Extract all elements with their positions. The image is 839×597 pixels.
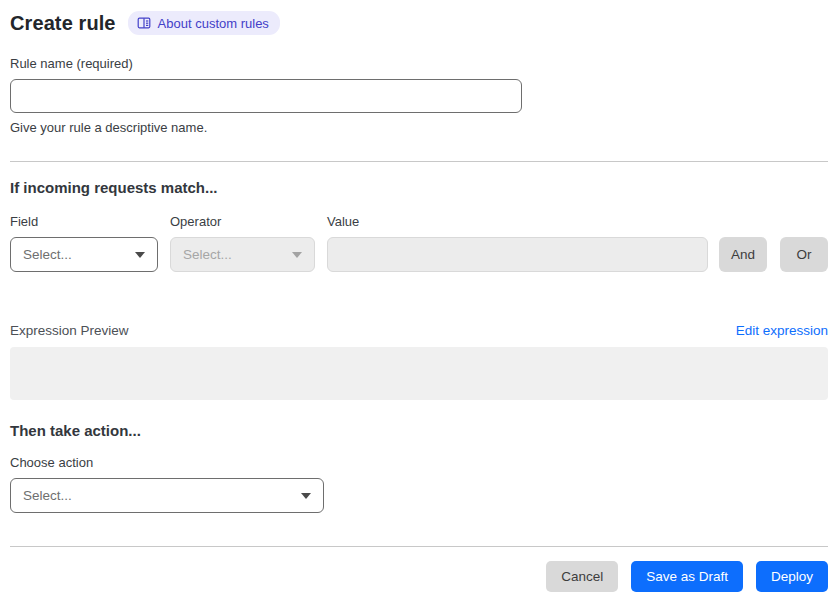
rule-name-input[interactable] [10,79,522,113]
footer-actions: Cancel Save as Draft Deploy [10,561,828,592]
deploy-button[interactable]: Deploy [756,561,828,592]
divider-top [10,161,828,162]
choose-action-select[interactable]: Select... [10,478,324,513]
field-select[interactable]: Select... [10,237,158,272]
chevron-down-icon [301,493,311,499]
create-rule-page: Create rule About custom rules Rule name… [0,0,839,597]
chevron-down-icon [135,252,145,258]
badge-label: About custom rules [158,17,269,30]
cancel-button[interactable]: Cancel [546,561,618,592]
rule-name-help-text: Give your rule a descriptive name. [10,120,828,135]
about-custom-rules-badge[interactable]: About custom rules [128,11,280,35]
match-labels-row: Field Operator Value [10,214,828,229]
book-icon [137,16,151,30]
expression-preview-label: Expression Preview [10,323,129,338]
expression-preview-box [10,347,828,400]
choose-action-select-value: Select... [23,488,72,503]
operator-select-value: Select... [183,247,232,262]
rule-name-label: Rule name (required) [10,56,828,71]
operator-label: Operator [170,214,327,229]
save-as-draft-button[interactable]: Save as Draft [631,561,743,592]
edit-expression-link[interactable]: Edit expression [736,323,828,338]
or-button[interactable]: Or [780,237,828,272]
match-controls-row: Select... Select... And Or [10,237,828,272]
page-header: Create rule About custom rules [10,11,828,35]
operator-select: Select... [170,237,315,272]
action-section-heading: Then take action... [10,422,828,439]
page-title: Create rule [10,12,116,35]
and-button[interactable]: And [719,237,767,272]
value-input [327,237,708,272]
field-label: Field [10,214,170,229]
divider-bottom [10,546,828,547]
chevron-down-icon [292,252,302,258]
match-section-heading: If incoming requests match... [10,179,828,196]
choose-action-label: Choose action [10,455,828,470]
field-select-value: Select... [23,247,72,262]
value-label: Value [327,214,828,229]
expression-preview-header: Expression Preview Edit expression [10,323,828,338]
